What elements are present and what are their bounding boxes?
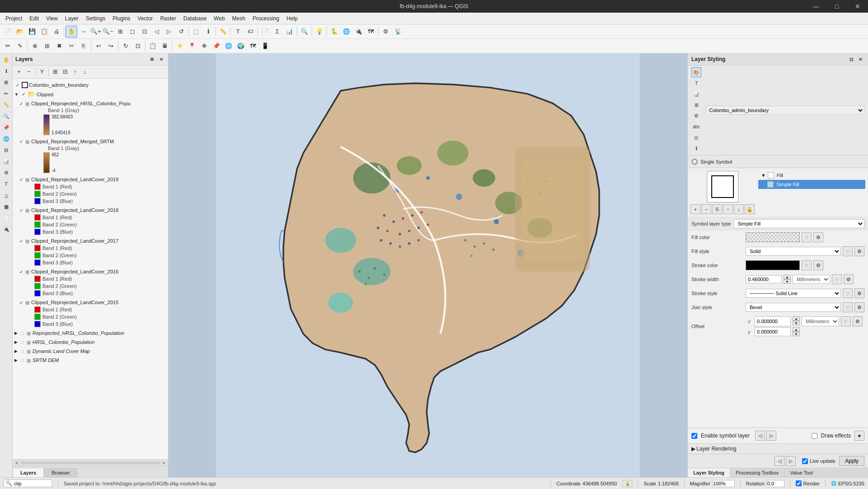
layer-check-hrsl[interactable]: ✓ <box>18 100 24 107</box>
side-label-btn[interactable]: T <box>1 179 12 189</box>
menu-processing[interactable]: Processing <box>249 14 283 24</box>
fill-style-select[interactable]: Solid <box>746 247 841 256</box>
group-arrow-dynland[interactable]: ▶ <box>14 349 18 353</box>
pan-btn[interactable]: ✋ <box>65 26 77 38</box>
layers-close-btn[interactable]: ✕ <box>157 55 165 63</box>
stroke-width-expression-btn[interactable]: ▽ <box>832 274 842 284</box>
fill-tree-item[interactable]: ▼ Fill <box>758 171 865 180</box>
layer-check-rhrsl[interactable]: □ <box>19 330 26 336</box>
crs-status[interactable]: 🌐 EPSG:5235 <box>831 481 864 486</box>
side-zoom-btn[interactable]: 🔍 <box>1 111 12 122</box>
snap-btn[interactable]: ⊞ <box>41 40 53 52</box>
layer-item-srtm[interactable]: ✓ ▦ Clipped_Reprojected_Merged_SRTM Band… <box>13 137 168 175</box>
layer-check-hrslc[interactable]: □ <box>19 339 26 345</box>
field-calc-btn[interactable]: 🖩 <box>159 40 171 52</box>
fill-color-expression-btn[interactable]: ▽ <box>802 232 812 242</box>
styling-close-btn[interactable]: ✕ <box>856 55 864 63</box>
layer-item-lc2019[interactable]: ✓ ▦ Clipped_Reprojected_LandCover_2019 B… <box>13 175 168 206</box>
layer-item-lc2015[interactable]: ✓ ▦ Clipped_Reprojected_LandCover_2015 B… <box>13 298 168 329</box>
qgis2web-btn[interactable]: 🌍 <box>235 40 247 52</box>
offset-unit-select[interactable]: Millimeters <box>802 316 839 326</box>
style-history-forward-btn[interactable]: ▷ <box>786 456 796 466</box>
edit-pencil-btn[interactable]: ✏ <box>2 40 14 52</box>
pan-map-btn[interactable]: ↔ <box>78 26 89 38</box>
group-arrow-clipped[interactable]: ▼ <box>14 92 19 97</box>
python-btn[interactable]: 🐍 <box>328 26 340 38</box>
save-as-btn[interactable]: 📋 <box>38 26 50 38</box>
apply-button[interactable]: Apply <box>839 456 864 466</box>
coord-capture-btn[interactable]: 📍 <box>186 40 198 52</box>
delete-btn[interactable]: ✖ <box>53 40 65 52</box>
layout-btn[interactable]: 📄 <box>259 26 271 38</box>
side-pan-btn[interactable]: ✋ <box>1 54 12 65</box>
menu-database[interactable]: Database <box>180 14 210 24</box>
undo-btn[interactable]: ↩ <box>93 40 104 52</box>
fill-style-override-btn[interactable]: ⚙ <box>854 246 864 256</box>
offset-y-input[interactable] <box>755 327 791 336</box>
live-update-checkbox[interactable] <box>802 458 808 464</box>
offset-x-override-btn[interactable]: ⚙ <box>853 316 863 326</box>
print-btn[interactable]: 🖨 <box>51 26 62 38</box>
stroke-color-expression-btn[interactable]: ▽ <box>802 260 812 270</box>
render-checkbox[interactable] <box>796 480 802 486</box>
layer-check-srtmdem[interactable]: □ <box>19 357 26 363</box>
copy-feature-btn[interactable]: ⎘ <box>78 40 89 52</box>
close-button[interactable]: ✕ <box>847 0 868 13</box>
stroke-style-select[interactable]: ─────── Solid Line <box>746 289 841 298</box>
statistics-btn[interactable]: Σ <box>271 26 283 38</box>
side-3d-btn[interactable]: 🌐 <box>1 133 12 144</box>
fill-color-swatch[interactable] <box>746 232 800 242</box>
enable-symbol-btn2[interactable]: ▷ <box>766 431 776 441</box>
side-layout-btn[interactable]: 📄 <box>1 212 12 223</box>
menu-settings[interactable]: Settings <box>82 14 109 24</box>
plugin-btn[interactable]: 🔌 <box>353 26 364 38</box>
stroke-style-override-btn[interactable]: ⚙ <box>854 288 864 298</box>
collapse-all-btn[interactable]: ⊟ <box>61 67 70 76</box>
stroke-width-up[interactable]: ▲ <box>784 275 791 279</box>
layer-item-dynamic-land[interactable]: ▶ □ ▦ Dynamic Land Cover Map <box>13 347 168 356</box>
layer-item-reprojected-hrsl[interactable]: ▶ □ ▦ Reprojected_HRSL_Colombo_Populatio… <box>13 329 168 338</box>
quick-map-btn[interactable]: 🗺 <box>247 40 259 52</box>
join-style-select[interactable]: Bevel <box>746 303 841 312</box>
styling-tab-layer-styling[interactable]: Layer Styling <box>688 468 730 477</box>
map-theme-btn[interactable]: 🗺 <box>365 26 377 38</box>
layer-check-dynland[interactable]: □ <box>19 348 26 354</box>
duplicate-symbol-layer-btn[interactable]: ⎘ <box>712 204 722 214</box>
map-area[interactable] <box>168 53 687 477</box>
layer-check-lc2015[interactable]: ✓ <box>18 299 24 306</box>
side-analysis-btn[interactable]: 📊 <box>1 156 12 167</box>
zoom-out-btn[interactable]: 🔍− <box>102 26 114 38</box>
layer-item-lc2016[interactable]: ✓ ▦ Clipped_Reprojected_LandCover_2016 B… <box>13 267 168 298</box>
layer-item-hrsl-popu[interactable]: ✓ ▦ Clipped_Reprojected_HRSL_Colombo_Pop… <box>13 99 168 137</box>
menu-help[interactable]: Help <box>283 14 302 24</box>
enable-symbol-btn1[interactable]: ◁ <box>755 431 765 441</box>
save-project-btn[interactable]: 💾 <box>26 26 38 38</box>
remove-symbol-layer-btn[interactable]: − <box>701 204 711 214</box>
layer-item-clipped-group[interactable]: ▼ ✓ 📁 Clipped <box>13 89 168 99</box>
attr-table-btn[interactable]: 📋 <box>147 40 159 52</box>
menu-vector[interactable]: Vector <box>134 14 157 24</box>
draw-effects-checkbox[interactable] <box>812 433 817 439</box>
layer-check-clipped[interactable]: ✓ <box>20 91 27 98</box>
layer-item-lc2017[interactable]: ✓ ▦ Clipped_Reprojected_LandCover_2017 B… <box>13 236 168 267</box>
style-history-back-btn[interactable]: ◁ <box>775 456 784 466</box>
tab-layers[interactable]: Layers <box>13 468 44 477</box>
open-project-btn[interactable]: 📂 <box>14 26 26 38</box>
join-style-expression-btn[interactable]: ▽ <box>843 302 853 312</box>
menu-layer[interactable]: Layer <box>61 14 82 24</box>
side-vector-btn[interactable]: △ <box>1 190 12 201</box>
style-rendering-tab[interactable]: ⚙ <box>691 111 701 121</box>
side-annotate-btn[interactable]: 📌 <box>1 122 12 133</box>
menu-mesh[interactable]: Mesh <box>229 14 249 24</box>
symbol-layer-type-select[interactable]: Simple Fill <box>733 219 864 228</box>
layer-select-dropdown[interactable]: Colombo_admin_boundary <box>706 106 864 115</box>
style-fields-tab[interactable]: ⊞ <box>691 100 701 110</box>
move-up-btn[interactable]: ↑ <box>70 67 79 76</box>
side-info-btn[interactable]: ℹ <box>1 66 12 76</box>
zoom-selection-btn[interactable]: ⊡ <box>139 26 150 38</box>
coordinate-lock-btn[interactable]: 🔒 <box>622 480 632 487</box>
chart-btn[interactable]: 📊 <box>284 26 295 38</box>
stroke-width-unit-select[interactable]: Millimeters <box>793 275 830 284</box>
style-history-tab[interactable]: abc <box>691 122 701 132</box>
minimize-button[interactable]: — <box>806 0 826 13</box>
